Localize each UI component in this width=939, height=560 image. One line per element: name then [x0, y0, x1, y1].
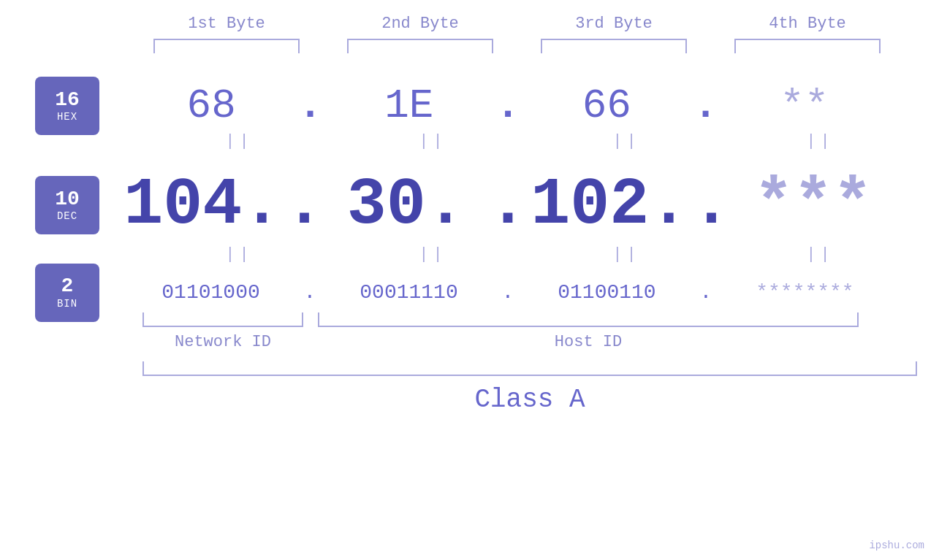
dec-dot2: . — [488, 168, 528, 242]
bracket-top-3 — [541, 39, 687, 53]
network-id-label: Network ID — [142, 333, 303, 351]
outer-bottom-bracket — [142, 361, 917, 376]
eq2-2: || — [346, 245, 521, 264]
hex-dot1: . — [298, 83, 323, 129]
bin-byte4: ******** — [756, 281, 854, 304]
bin-badge: 2 BIN — [35, 264, 99, 322]
eq2-4: || — [733, 245, 908, 264]
watermark: ipshu.com — [869, 540, 924, 551]
dec-badge: 10 DEC — [35, 176, 99, 234]
bin-byte2-cell: 00011110 — [322, 281, 497, 304]
byte4-header: 4th Byte — [720, 15, 895, 33]
hex-dot3: . — [693, 83, 718, 129]
bracket-top-4 — [734, 39, 881, 53]
host-id-label: Host ID — [318, 333, 859, 351]
dec-byte2-cell: 30. — [324, 168, 488, 242]
hex-badge: 16 HEX — [35, 77, 99, 135]
eq2-3: || — [539, 245, 715, 264]
bin-byte1: 01101000 — [161, 281, 259, 304]
hex-byte4-cell: ** — [717, 83, 892, 129]
hex-byte3-cell: 66 — [519, 83, 694, 129]
dec-byte3: 102. — [531, 168, 688, 242]
dec-dot1: . — [284, 168, 324, 242]
hex-byte2-cell: 1E — [322, 83, 497, 129]
byte-headers: 1st Byte 2nd Byte 3rd Byte 4th Byte — [130, 15, 905, 33]
hex-row: 16 HEX 68 . 1E . 66 . ** — [0, 83, 939, 129]
bin-byte1-cell: 01101000 — [123, 281, 299, 304]
bin-row: 2 BIN 01101000 . 00011110 . 01100110 . *… — [0, 281, 939, 304]
byte3-header: 3rd Byte — [526, 15, 702, 33]
eq1-3: || — [539, 132, 715, 150]
network-bracket — [142, 312, 303, 327]
bin-dot2: . — [502, 281, 514, 304]
eq2-1: || — [152, 245, 327, 264]
top-brackets — [130, 39, 905, 53]
bin-byte3: 01100110 — [558, 281, 655, 304]
dec-byte1: 104. — [123, 168, 281, 242]
dec-byte4: *** — [754, 168, 873, 242]
byte2-header: 2nd Byte — [332, 15, 508, 33]
class-label: Class A — [142, 385, 917, 415]
bin-byte2: 00011110 — [360, 281, 457, 304]
bin-byte3-cell: 01100110 — [519, 281, 694, 304]
bin-byte4-cell: ******** — [717, 281, 892, 304]
hex-byte2: 1E — [384, 83, 433, 129]
bottom-brackets — [142, 312, 917, 327]
main-container: 1st Byte 2nd Byte 3rd Byte 4th Byte 16 H… — [0, 0, 939, 560]
dec-byte1-cell: 104. — [121, 168, 284, 242]
equals-row-1: || || || || — [142, 132, 917, 150]
dec-row: 10 DEC 104. . 30. . 102. . *** — [0, 168, 939, 242]
dec-values: 104. . 30. . 102. . *** — [121, 168, 895, 242]
hex-byte3: 66 — [582, 83, 631, 129]
id-labels: Network ID Host ID — [142, 333, 917, 351]
eq1-2: || — [346, 132, 521, 150]
bracket-top-2 — [347, 39, 493, 53]
hex-byte1-cell: 68 — [123, 83, 299, 129]
host-bracket — [318, 312, 859, 327]
bin-dot1: . — [304, 281, 316, 304]
bin-dot3: . — [700, 281, 712, 304]
hex-dot2: . — [495, 83, 520, 129]
byte1-header: 1st Byte — [139, 15, 314, 33]
eq1-4: || — [733, 132, 908, 150]
dec-byte4-cell: *** — [731, 168, 895, 242]
bin-values: 01101000 . 00011110 . 01100110 . *******… — [121, 281, 895, 304]
dec-byte2: 30. — [347, 168, 465, 242]
hex-values: 68 . 1E . 66 . ** — [121, 83, 895, 129]
bracket-top-1 — [153, 39, 300, 53]
dec-dot3: . — [691, 168, 731, 242]
equals-row-2: || || || || — [142, 245, 917, 264]
hex-byte1: 68 — [187, 83, 236, 129]
dec-byte3-cell: 102. — [528, 168, 691, 242]
eq1-1: || — [152, 132, 327, 150]
hex-byte4: ** — [780, 83, 829, 129]
